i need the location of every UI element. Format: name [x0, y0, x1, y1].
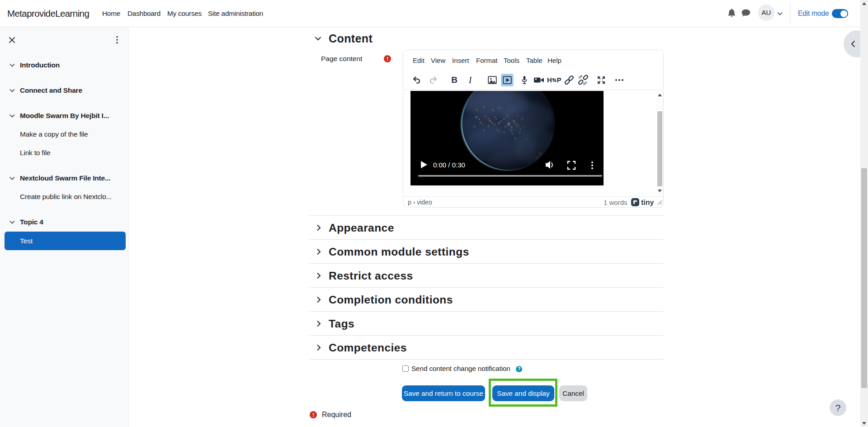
svg-text:tiny: tiny	[641, 199, 654, 206]
svg-text:0:00 / 0:30: 0:00 / 0:30	[433, 161, 465, 169]
svg-text:P: P	[557, 76, 561, 84]
svg-text:H: H	[547, 76, 552, 84]
